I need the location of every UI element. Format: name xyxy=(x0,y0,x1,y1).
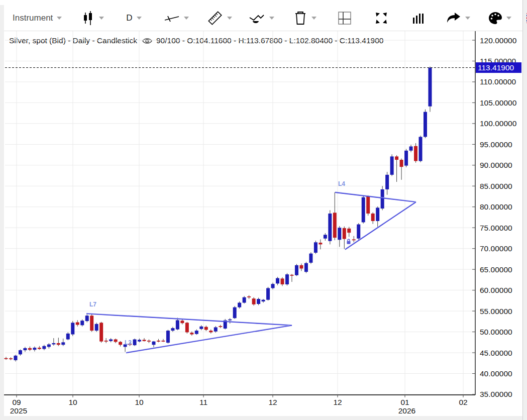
candle-body xyxy=(390,156,394,174)
candle-body xyxy=(395,156,398,160)
candle-body xyxy=(5,358,8,359)
time-tick-label: 12 xyxy=(268,398,277,406)
trendline-triangle1-upper[interactable] xyxy=(86,314,292,326)
candle-body xyxy=(190,333,193,334)
trendline-halo xyxy=(335,192,416,201)
price-tick-label: 55.00000 xyxy=(480,307,512,316)
candle-body xyxy=(319,243,322,244)
candle-body xyxy=(42,346,46,349)
candle-body xyxy=(71,323,74,334)
candle-body xyxy=(238,303,241,307)
grid-layer xyxy=(5,31,475,395)
candle-body xyxy=(133,340,137,346)
candle-body xyxy=(362,197,365,223)
drawing-label-L3: L3 xyxy=(125,339,132,346)
candle-body xyxy=(52,343,55,344)
lock-marker-icon[interactable] xyxy=(347,239,351,244)
price-tick-label: 90.00000 xyxy=(480,161,512,169)
candle-body xyxy=(47,344,51,347)
candle-body xyxy=(119,342,122,345)
candle-body xyxy=(419,137,423,161)
time-year-label: 2025 xyxy=(10,406,27,415)
candle-body xyxy=(23,348,27,350)
candle-body xyxy=(414,146,417,161)
candle-body xyxy=(304,263,308,272)
price-tick-label: 50.00000 xyxy=(480,328,512,336)
candle-body xyxy=(171,328,174,331)
candle-body xyxy=(138,340,141,341)
price-axis[interactable]: 120.00000115.00000110.00000105.00000100.… xyxy=(472,36,521,399)
candle-body xyxy=(38,348,41,349)
candle-body xyxy=(343,228,346,239)
candle-body xyxy=(338,228,341,240)
candle-body xyxy=(257,299,260,304)
time-tick-label: 02 xyxy=(459,398,467,406)
candle-body xyxy=(147,341,151,342)
trendline-triangle2-upper[interactable] xyxy=(335,192,416,202)
time-tick-label: 10 xyxy=(135,398,144,406)
candle-body xyxy=(219,326,222,327)
candle-body xyxy=(90,316,93,331)
candle-body xyxy=(28,348,32,350)
candle-body xyxy=(285,274,289,284)
candle-body xyxy=(66,334,70,340)
candle-body xyxy=(209,331,213,332)
candle-body xyxy=(152,342,155,345)
candle-body xyxy=(357,225,360,239)
candle-body xyxy=(428,68,432,107)
candle-body xyxy=(371,214,375,221)
time-axis[interactable]: 092025101011121201202602 xyxy=(10,395,468,415)
candle-body xyxy=(228,320,232,321)
drawing-label-L4: L4 xyxy=(338,180,345,187)
trendline-triangle2-lower[interactable] xyxy=(345,202,416,250)
candle-body xyxy=(233,307,237,319)
price-tick-label: 95.00000 xyxy=(480,140,512,149)
price-tick-label: 45.00000 xyxy=(480,349,512,357)
price-tick-label: 35.00000 xyxy=(480,390,512,398)
trading-chart-app: Instrument D xyxy=(0,0,527,420)
candle-body xyxy=(157,341,160,342)
candle-body xyxy=(333,213,337,238)
price-tick-label: 120.00000 xyxy=(480,36,517,45)
time-tick-label: 09 xyxy=(12,398,21,406)
candle-body xyxy=(262,300,265,301)
candle-body xyxy=(324,235,327,238)
candle-body xyxy=(424,112,427,137)
price-tick-label: 110.00000 xyxy=(480,77,516,86)
candle-body xyxy=(14,356,17,360)
candle-body xyxy=(409,146,413,150)
candle-body xyxy=(161,341,165,342)
candle-body xyxy=(385,175,389,189)
candle-body xyxy=(243,297,246,303)
time-tick-label: 11 xyxy=(199,398,207,406)
candle-body xyxy=(314,242,318,253)
candle-body xyxy=(61,342,65,345)
candle-body xyxy=(400,160,403,167)
candle-body xyxy=(247,296,251,297)
candle-body xyxy=(33,348,36,350)
candle-body xyxy=(214,327,218,331)
candle-body xyxy=(309,254,312,263)
candle-body xyxy=(347,229,351,233)
price-chart[interactable]: L7L3L4120.00000115.00000110.00000105.000… xyxy=(0,0,527,420)
candle-body xyxy=(404,151,408,166)
candle-body xyxy=(80,321,84,325)
trendline-triangle1-lower[interactable] xyxy=(126,326,292,353)
candle-body xyxy=(76,323,79,325)
price-tick-label: 75.00000 xyxy=(480,224,512,232)
time-year-label: 2026 xyxy=(398,406,415,415)
time-tick-label: 12 xyxy=(333,398,342,406)
candle-body xyxy=(199,327,203,329)
candle-body xyxy=(328,214,332,241)
candle-body xyxy=(57,343,60,345)
last-price-label: 113.41900 xyxy=(476,62,521,73)
price-tick-label: 65.00000 xyxy=(480,265,512,274)
candle-body xyxy=(176,320,179,329)
candle-body xyxy=(85,316,89,321)
candle-body xyxy=(299,265,303,269)
candle-body xyxy=(281,278,284,284)
candle-body xyxy=(9,358,13,359)
candle-body xyxy=(95,324,98,331)
time-tick-label: 10 xyxy=(68,398,77,406)
svg-text:113.41900: 113.41900 xyxy=(478,63,514,72)
